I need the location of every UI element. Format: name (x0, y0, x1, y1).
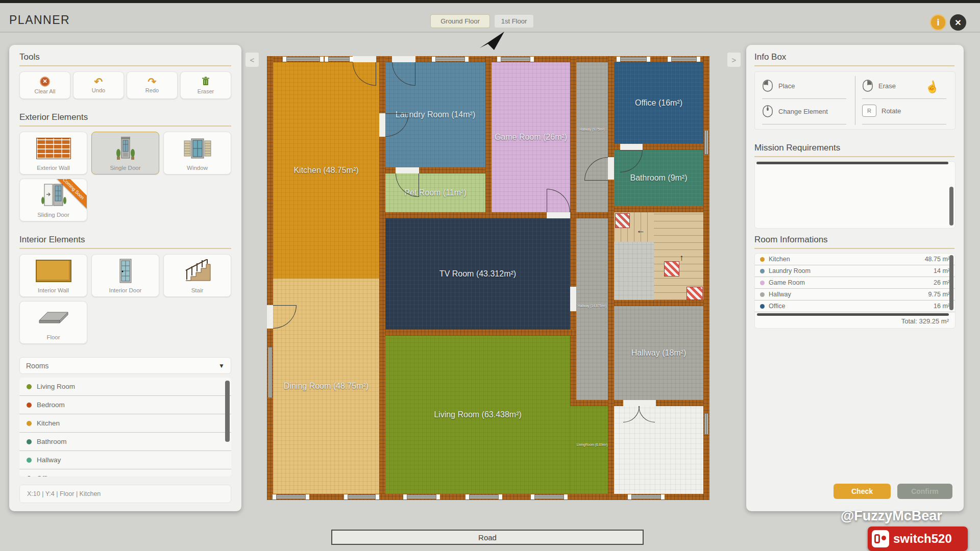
room-info-row: Hallway9.75 m² (755, 289, 955, 300)
room-living-connector[interactable] (570, 406, 576, 494)
wall-v4 (608, 56, 614, 500)
tools-heading: Tools (19, 52, 40, 62)
room-game[interactable]: Game Room (26m²) (492, 62, 570, 212)
room-type-bathroom[interactable]: Bathroom (19, 433, 231, 451)
room-type-bedroom[interactable]: Bedroom (19, 396, 231, 414)
confirm-button-disabled[interactable]: Confirm (897, 484, 952, 499)
watermark-badge: switch520 (868, 527, 968, 551)
bathroom-dot (27, 439, 32, 444)
collapse-left-button[interactable]: < (245, 52, 259, 67)
interior-wall-button[interactable]: Interior Wall (19, 254, 87, 297)
collapse-right-button[interactable]: > (727, 52, 741, 67)
info-place: Place (762, 79, 795, 92)
room-informations-box: Kitchen48.75 m² Laundry Room14 m² Game R… (754, 253, 955, 329)
stair-icon (164, 255, 231, 287)
mouse-left-click-icon (762, 79, 773, 92)
room-type-living-room[interactable]: Living Room (19, 378, 231, 396)
chevron-right-icon: > (732, 56, 737, 64)
window-right-2 (704, 413, 708, 435)
room-info-vscrollbar[interactable] (949, 255, 953, 310)
info-box-heading: Info Box (754, 52, 786, 62)
floor-button[interactable]: Floor (19, 301, 87, 344)
room-tv[interactable]: TV Room (43.312m²) (385, 218, 570, 330)
room-info-row: Office16 m² (755, 300, 955, 312)
tab-ground-floor[interactable]: Ground Floor (430, 14, 490, 28)
room-type-office[interactable]: Office (19, 469, 231, 477)
trash-icon (202, 77, 210, 87)
floorplan-canvas[interactable]: Kitchen (48.75m²) Dining Room (48.75m²) … (267, 56, 709, 500)
room-info-heading: Room Informations (754, 235, 828, 245)
room-kitchen[interactable]: Kitchen (48.75m²) (273, 62, 379, 279)
window-top-6 (671, 57, 697, 61)
hallway-dot (27, 458, 32, 463)
mission-vscrollbar[interactable] (949, 187, 953, 226)
hallway-upper-label: Hallway (9.75m²) (574, 128, 610, 131)
redo-button[interactable]: ↷ Redo (127, 71, 178, 99)
wall-v2 (485, 56, 492, 218)
hallway-lower-label: Hallway (14.875m²) (572, 304, 612, 308)
room-hallway[interactable]: Hallway (18m²) (614, 306, 703, 400)
single-door-icon (92, 132, 159, 165)
clear-all-button[interactable]: ✕ Clear All (19, 71, 70, 99)
wall-left (267, 56, 273, 500)
mission-requirements-box (754, 161, 955, 229)
bedroom-dot (27, 403, 32, 408)
staircase[interactable]: ← ↑ (614, 212, 703, 300)
chevron-down-icon: ▼ (218, 362, 225, 369)
wall-h8 (576, 400, 608, 406)
undo-icon: ↶ (94, 78, 103, 86)
window-top-2 (328, 57, 350, 61)
room-living-nook[interactable] (576, 406, 608, 494)
undo-button[interactable]: ↶ Undo (73, 71, 124, 99)
top-bar: PLANNER Ground Floor 1st Floor i ✕ (0, 3, 980, 33)
room-office[interactable]: Office (16m²) (614, 62, 703, 144)
room-living[interactable]: Living Room (63.438m²) (385, 336, 570, 494)
chevron-left-icon: < (250, 56, 255, 64)
wall-h6 (614, 300, 703, 306)
window-top-5 (620, 57, 647, 61)
window-top-1 (286, 57, 320, 61)
info-change-element: Change Element (762, 105, 828, 118)
interior-heading: Interior Elements (19, 235, 85, 245)
window-bottom-4 (469, 495, 499, 499)
window-bottom-6 (631, 495, 661, 499)
window-button[interactable]: Window (163, 132, 231, 174)
stair-hatch-3 (687, 287, 703, 300)
interior-door-button[interactable]: Interior Door (91, 254, 159, 297)
wall-h5 (614, 206, 703, 212)
wall-h2 (385, 212, 608, 218)
north-arrow-icon (479, 31, 505, 53)
window-bottom-3 (407, 495, 436, 499)
interior-door-icon (92, 255, 159, 287)
info-box: Place Erase Change Element R Rotate (754, 71, 955, 130)
close-icon[interactable]: ✕ (950, 14, 966, 31)
stair-hatch-2 (664, 261, 679, 277)
tab-first-floor[interactable]: 1st Floor (494, 14, 534, 28)
window-bottom-1 (276, 495, 306, 499)
info-icon[interactable]: i (930, 14, 946, 31)
room-info-hscrollbar[interactable] (757, 313, 949, 316)
mouse-wheel-icon (762, 105, 773, 118)
check-button[interactable]: Check (834, 484, 891, 499)
rooms-dropdown[interactable]: Rooms ▼ (19, 357, 231, 374)
eraser-button[interactable]: Eraser (180, 71, 231, 99)
room-type-list: Living Room Bedroom Kitchen Bathroom Hal… (19, 378, 231, 477)
stair-button[interactable]: Stair (163, 254, 231, 297)
window-icon (164, 132, 231, 165)
room-hallway-upper[interactable] (576, 62, 608, 212)
sliding-door-button[interactable]: Sliding Door Coming Soon (19, 179, 87, 221)
double-door-arc-left (623, 406, 640, 422)
room-hallway-lower[interactable] (576, 218, 608, 400)
stair-arrow-left-icon: ← (636, 226, 645, 236)
living-nook-label: LivingRoom (6.89m²) (573, 443, 611, 446)
clear-all-icon: ✕ (40, 77, 50, 87)
room-type-kitchen[interactable]: Kitchen (19, 414, 231, 433)
mission-hscrollbar[interactable] (756, 162, 948, 164)
exterior-wall-button[interactable]: Exterior Wall (19, 132, 87, 174)
living-room-dot (27, 384, 32, 389)
status-bar: X:10 | Y:4 | Floor | Kitchen (19, 485, 231, 503)
room-list-scrollbar[interactable] (225, 381, 230, 442)
single-door-button[interactable]: Single Door (91, 132, 159, 174)
room-info-row: Game Room26 m² (755, 277, 955, 289)
room-type-hallway[interactable]: Hallway (19, 451, 231, 469)
